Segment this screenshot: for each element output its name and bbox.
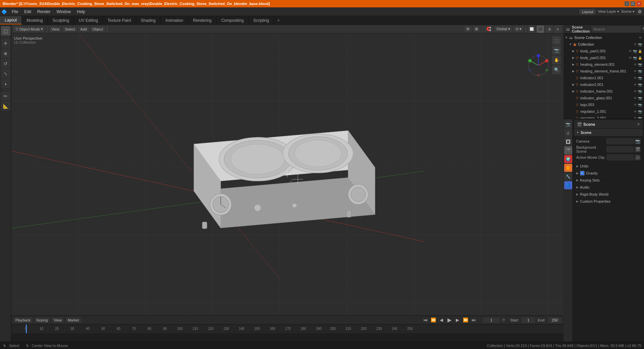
- outliner-filter-icon[interactable]: ⚗: [642, 27, 644, 31]
- scene-dropdown[interactable]: Scene ▾: [621, 9, 635, 14]
- play-button[interactable]: ▶: [446, 317, 453, 323]
- viewport[interactable]: ▽ Object Mode ▾ View Select Add Object ⚙…: [11, 25, 564, 315]
- outliner-item-scene-collection[interactable]: ▼ 🗂 Scene Collection 👁: [564, 34, 644, 41]
- object-select-icon[interactable]: ⬚: [552, 36, 561, 45]
- object-properties-tab[interactable]: 🟠: [564, 164, 572, 172]
- outliner-item-legs[interactable]: ▽ legs.003 👁 📷: [564, 101, 644, 108]
- tab-scripting[interactable]: Scripting: [249, 16, 274, 24]
- rigid-body-world-section-header[interactable]: ▶ Rigid Body World: [574, 191, 643, 198]
- global-local-toggle[interactable]: Global ▾: [494, 26, 512, 32]
- select-menu[interactable]: Select: [63, 27, 77, 32]
- scale-tool-button[interactable]: ⤡: [1, 69, 10, 78]
- gravity-section-header[interactable]: ▶ ✓ Gravity: [574, 170, 643, 177]
- hand-tool-icon[interactable]: ✋: [552, 56, 561, 64]
- world-properties-tab[interactable]: 🌍: [564, 155, 572, 163]
- view-menu[interactable]: View: [49, 27, 61, 32]
- prev-keyframe-button[interactable]: ⏪: [430, 317, 437, 323]
- outliner-item-regulator2[interactable]: ▽ regulator_2.001 👁 📷: [564, 115, 644, 119]
- outliner-item-body-part1[interactable]: ▶ ▽ body_part1.001 👁 📷 🔒: [564, 48, 644, 54]
- keying-menu[interactable]: Keying: [35, 317, 50, 323]
- tab-modeling[interactable]: Modeling: [22, 16, 48, 24]
- mode-dropdown[interactable]: ▽ Object Mode ▾: [13, 26, 45, 32]
- close-button[interactable]: ✕: [637, 1, 641, 6]
- menu-edit[interactable]: Edit: [21, 9, 34, 15]
- measure-tool-button[interactable]: 📐: [1, 101, 10, 111]
- jump-start-button[interactable]: ⏮: [422, 317, 429, 323]
- render-properties-tab[interactable]: 📷: [564, 120, 572, 128]
- add-workspace-button[interactable]: +: [274, 16, 283, 24]
- background-scene-value[interactable]: [606, 146, 634, 152]
- gravity-enabled-checkbox[interactable]: ✓: [580, 171, 585, 176]
- next-frame-button[interactable]: ▶: [454, 317, 461, 323]
- end-frame-input[interactable]: 250: [548, 317, 561, 323]
- view-menu-timeline[interactable]: View: [52, 317, 64, 323]
- move-tool-button[interactable]: ⊕: [1, 49, 10, 58]
- tab-compositing[interactable]: Compositing: [217, 16, 249, 24]
- playback-menu[interactable]: Playback: [13, 317, 33, 323]
- menu-window[interactable]: Window: [54, 9, 73, 15]
- gizmo-toggle[interactable]: ⚙: [464, 26, 472, 32]
- menu-render[interactable]: Render: [35, 9, 53, 15]
- units-section-header[interactable]: ▶ Units: [574, 163, 643, 169]
- minimize-button[interactable]: –: [625, 1, 629, 6]
- start-frame-input[interactable]: 1: [522, 317, 535, 323]
- tab-texture-paint[interactable]: Texture Paint: [103, 16, 136, 24]
- tab-uv-editing[interactable]: UV Editing: [74, 16, 103, 24]
- marker-menu[interactable]: Marker: [66, 317, 81, 323]
- maximize-button[interactable]: ☐: [631, 1, 635, 6]
- tab-rendering[interactable]: Rendering: [188, 16, 216, 24]
- scene-properties-tab[interactable]: 🎬: [564, 146, 572, 154]
- outliner-item-indicator2[interactable]: ▶ ▽ indicator2.001 👁 📷: [564, 81, 644, 88]
- view-layer-tab[interactable]: 🔳: [564, 138, 572, 146]
- snap-toggle[interactable]: 🧲: [484, 26, 493, 32]
- tab-shading[interactable]: Shading: [136, 16, 161, 24]
- zoom-tool-icon[interactable]: 🔍: [552, 65, 561, 74]
- jump-end-button[interactable]: ⏭: [470, 317, 477, 323]
- material-shading-button[interactable]: ◑: [545, 26, 553, 33]
- camera-pick-button[interactable]: 📷: [635, 138, 641, 144]
- proportional-toggle[interactable]: ⊙ ▾: [514, 26, 524, 32]
- output-properties-tab[interactable]: 🖨: [564, 129, 572, 137]
- outliner-item-collection[interactable]: ▼ ▣ Collection 👁 📷: [564, 41, 644, 48]
- keying-sets-section-header[interactable]: ▶ Keying Sets: [574, 177, 643, 184]
- screen-options-button[interactable]: ⚙: [637, 9, 643, 15]
- active-movie-clip-value[interactable]: [606, 154, 634, 160]
- custom-properties-section-header[interactable]: ▶ Custom Properties: [574, 198, 643, 205]
- background-scene-pick-button[interactable]: 🎬: [635, 146, 641, 152]
- add-menu[interactable]: Add: [78, 27, 89, 32]
- rotate-tool-button[interactable]: ↺: [1, 59, 10, 68]
- camera-value[interactable]: [606, 138, 634, 144]
- outliner-item-indicator1[interactable]: ▽ indicator1.001 👁 📷: [564, 74, 644, 81]
- tab-animation[interactable]: Animation: [161, 16, 188, 24]
- wireframe-shading-button[interactable]: ⬜: [528, 26, 535, 33]
- movie-clip-pick-button[interactable]: 🎥: [635, 154, 641, 160]
- outliner-item-indicator-frame[interactable]: ▶ ▽ indicator_frame.001 👁 📷: [564, 88, 644, 95]
- outliner-item-indicator-glass[interactable]: ▽ indicator_glass.001 👁 📷: [564, 95, 644, 101]
- solid-shading-button[interactable]: ⬛: [537, 26, 544, 33]
- navigation-gizmo[interactable]: X Y Z: [527, 54, 550, 77]
- outliner-item-heating-frame[interactable]: ▶ ▽ heating_element_frame.001 👁 📷: [564, 68, 644, 74]
- outliner-search-input[interactable]: [592, 26, 641, 32]
- overlays-toggle[interactable]: ⊞: [473, 26, 480, 32]
- next-keyframe-button[interactable]: ⏩: [462, 317, 469, 323]
- select-tool-button[interactable]: ⬚: [1, 26, 10, 36]
- viewport-canvas[interactable]: User Perspective (1) Collection: [11, 34, 564, 315]
- tab-sculpting[interactable]: Sculpting: [48, 16, 74, 24]
- annotate-tool-button[interactable]: ✏: [1, 91, 10, 101]
- outliner-item-regulator1[interactable]: ▽ regulator_1.001 👁 📷: [564, 108, 644, 115]
- scene-section-header[interactable]: ▼ Scene: [574, 129, 643, 136]
- audio-section-header[interactable]: ▶ Audio: [574, 184, 643, 191]
- menu-help[interactable]: Help: [74, 9, 88, 15]
- object-menu[interactable]: Object: [90, 27, 105, 32]
- outliner-item-body-part2[interactable]: ▶ ▽ body_part2.001 👁 📷 🔒: [564, 54, 644, 61]
- prev-frame-button[interactable]: ◀: [438, 317, 445, 323]
- view-layer-dropdown[interactable]: View Layer ▾: [598, 9, 619, 14]
- timeline-ruler[interactable]: 0 10 20 30 40 50 60 70 80 90 100 110 120…: [11, 325, 564, 333]
- properties-close-button[interactable]: ✕: [637, 122, 640, 127]
- tab-layout[interactable]: Layout: [0, 16, 22, 24]
- modifier-properties-tab[interactable]: 🔧: [564, 172, 572, 181]
- material-properties-tab[interactable]: 🔵: [564, 181, 572, 189]
- camera-view-icon[interactable]: 📷: [552, 46, 561, 55]
- menu-file[interactable]: File: [9, 9, 21, 15]
- current-frame-input[interactable]: [483, 317, 500, 323]
